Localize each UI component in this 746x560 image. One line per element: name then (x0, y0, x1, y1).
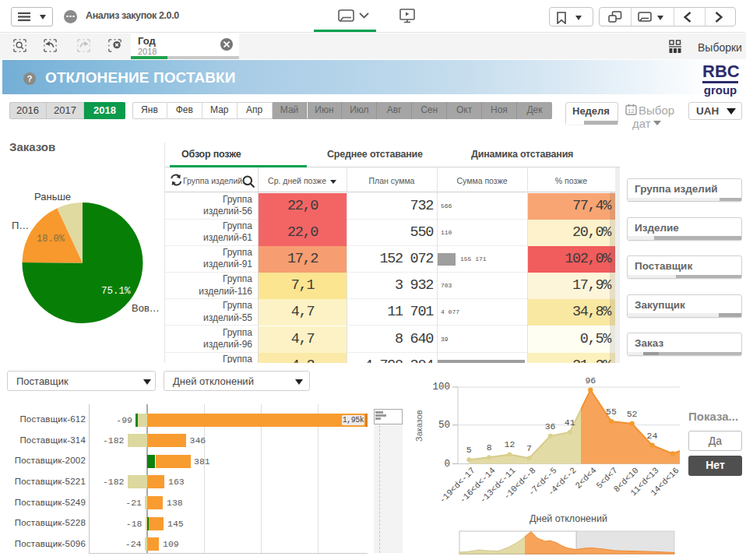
svg-text:12: 12 (628, 107, 634, 114)
